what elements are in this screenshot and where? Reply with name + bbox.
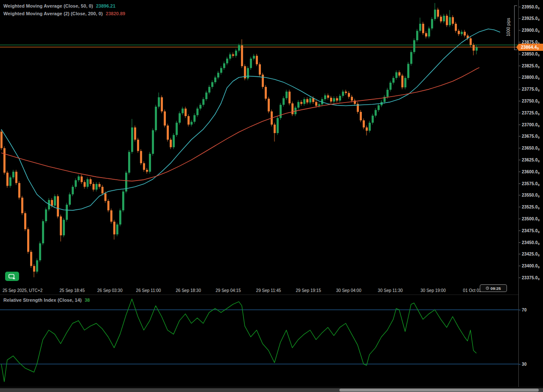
time-axis-label: 29 Sep 11:45 (249, 288, 288, 293)
wma200-legend-label: Weighted Moving Average (2) (Close, 200,… (3, 11, 103, 16)
rsi-legend-value: 38 (84, 297, 90, 303)
price-tick: 23950.00 (519, 4, 540, 10)
price-tick: 23850.00 (519, 51, 540, 57)
clock-icon (486, 286, 489, 290)
wma50-legend-row[interactable]: Weighted Moving Average (Close, 50, 0) 2… (3, 2, 125, 10)
price-tick: 23600.00 (519, 169, 540, 175)
pips-range-label: 1000 pips (506, 6, 512, 48)
price-tick: 23500.00 (519, 216, 540, 222)
camera-plus-button[interactable] (5, 272, 19, 281)
time-axis-label: 29 Sep 04:15 (209, 288, 247, 293)
main-chart-pane[interactable]: Weighted Moving Average (Close, 50, 0) 2… (0, 0, 518, 295)
price-tick: 23525.00 (519, 204, 540, 210)
price-axis[interactable]: 23864.45 23950.0023925.0023900.0023875.0… (519, 0, 543, 387)
price-tick: 23925.00 (519, 16, 540, 21)
rsi-legend[interactable]: Relative Strength Index (Close, 14) 38 (3, 296, 90, 304)
wma200-legend-value: 23820.89 (106, 11, 125, 16)
time-axis-label: 30 Sep 04:00 (330, 288, 368, 293)
price-tick: 23825.00 (519, 63, 540, 69)
time-axis-label: 30 Sep 11:30 (371, 288, 409, 293)
bracket-top-cap (514, 6, 517, 6)
time-axis-label: 26 Sep 11:00 (129, 288, 168, 293)
main-chart-canvas[interactable] (0, 0, 518, 295)
time-axis[interactable]: 25 Sep 2025, UTC+225 Sep 18:4526 Sep 03:… (0, 287, 518, 295)
wma200-legend-row[interactable]: Weighted Moving Average (2) (Close, 200,… (3, 10, 125, 17)
rsi-tick: 30 (519, 361, 527, 367)
time-tooltip: 09:25 (480, 284, 507, 292)
price-tick: 23550.00 (519, 192, 540, 198)
price-tick: 23775.00 (519, 86, 540, 92)
horizontal-scrollbar-thumb[interactable] (339, 389, 539, 392)
trading-chart-app: Weighted Moving Average (Close, 50, 0) 2… (0, 0, 543, 392)
price-tick: 23625.00 (519, 157, 540, 163)
price-tick: 23675.00 (519, 133, 540, 139)
time-axis-label: 25 Sep 2025, UTC+2 (3, 288, 42, 293)
wma50-legend-value: 23896.21 (96, 3, 115, 8)
indicator-legend: Weighted Moving Average (Close, 50, 0) 2… (3, 2, 125, 17)
time-axis-label: 25 Sep 18:45 (53, 288, 91, 293)
price-tick: 23375.00 (519, 275, 540, 281)
rsi-line (1, 299, 476, 381)
time-axis-label: 26 Sep 18:30 (169, 288, 207, 293)
last-price-sub: 5 (537, 47, 539, 50)
price-tick: 23750.00 (519, 98, 540, 104)
price-tick: 23700.00 (519, 122, 540, 128)
time-axis-label: 29 Sep 19:15 (289, 288, 327, 293)
price-tick: 23725.00 (519, 110, 540, 116)
pane-separator-bottom (0, 387, 543, 387)
price-tick: 23800.00 (519, 75, 540, 80)
horizontal-scrollbar-track[interactable] (0, 388, 543, 392)
price-tick: 23425.00 (519, 251, 540, 257)
rsi-canvas[interactable] (0, 295, 518, 387)
price-tick: 23400.00 (519, 263, 540, 269)
price-tick: 23650.00 (519, 145, 540, 151)
wma50-legend-label: Weighted Moving Average (Close, 50, 0) (3, 3, 93, 8)
last-price-main: 23864.4 (521, 45, 537, 50)
price-tick: 23475.00 (519, 228, 540, 234)
bracket-bottom-cap (514, 50, 517, 50)
rsi-pane[interactable]: Relative Strength Index (Close, 14) 38 (0, 295, 518, 387)
candles (0, 3, 478, 277)
last-price-tag: 23864.45 (516, 44, 543, 51)
tooltip-time-text: 09:25 (490, 286, 501, 291)
bracket-line (514, 6, 515, 50)
price-tick: 23450.00 (519, 240, 540, 245)
wma200-line (1, 67, 479, 181)
price-tick: 23900.00 (519, 28, 540, 33)
time-axis-label: 26 Sep 03:30 (91, 288, 129, 293)
rsi-tick: 70 (519, 307, 527, 313)
price-tick: 23575.00 (519, 181, 540, 186)
time-axis-label: 30 Sep 19:00 (414, 288, 452, 293)
rsi-legend-label: Relative Strength Index (Close, 14) (3, 297, 81, 303)
camera-plus-icon (8, 274, 16, 279)
